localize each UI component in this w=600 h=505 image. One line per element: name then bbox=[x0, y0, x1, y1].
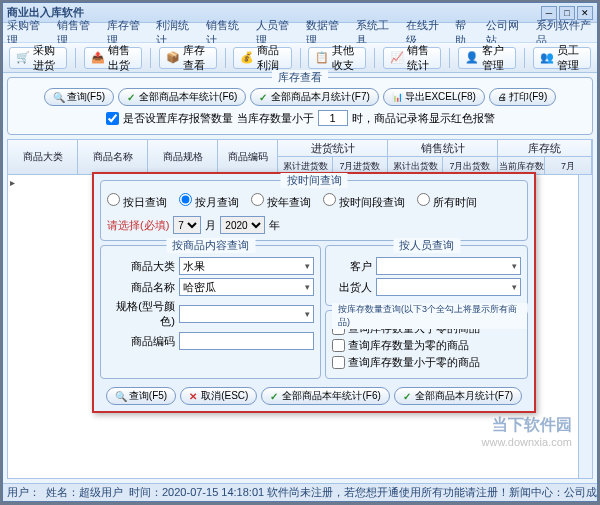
radio-month[interactable]: 按月查询 bbox=[179, 193, 239, 210]
col-category[interactable]: 商品大类 bbox=[8, 140, 78, 174]
time-query-title: 按时间查询 bbox=[281, 173, 348, 188]
cart-icon: 🛒 bbox=[16, 51, 30, 65]
radio-range[interactable]: 按时间段查询 bbox=[323, 193, 405, 210]
table-header: 商品大类 商品名称 商品规格 商品编码 进货统计 累计进货数7月进货数 销售统计… bbox=[7, 139, 593, 175]
watermark: 当下软件园 www.downxia.com bbox=[482, 415, 572, 448]
year-select[interactable]: 2020 bbox=[220, 216, 265, 234]
status-bar: 用户： 姓名：超级用户 时间：2020-07-15 14:18:01 软件尚未注… bbox=[3, 483, 597, 501]
col-code[interactable]: 商品编码 bbox=[218, 140, 278, 174]
category-combo[interactable]: 水果 bbox=[179, 257, 314, 275]
person-query-group: 按人员查询 客户 出货人 bbox=[325, 245, 528, 306]
tb-sell[interactable]: 📤销售出货 bbox=[84, 47, 142, 69]
dlg-btn-search[interactable]: 查询(F5) bbox=[106, 387, 176, 405]
out-icon: 📤 bbox=[91, 51, 105, 65]
btn-search[interactable]: 查询(F5) bbox=[44, 88, 114, 106]
col-spec[interactable]: 商品规格 bbox=[148, 140, 218, 174]
status-user: 用户： bbox=[7, 485, 40, 500]
chk-qty-lt0[interactable] bbox=[332, 356, 345, 369]
tb-other[interactable]: 📋其他收支 bbox=[308, 47, 366, 69]
person-icon: 👤 bbox=[465, 51, 479, 65]
qty-query-group: 按库存数量查询(以下3个全勾上将显示所有商品) 查询库存数量大于零的商品 查询库… bbox=[325, 310, 528, 379]
sender-combo[interactable] bbox=[376, 278, 521, 296]
select-required-label: 请选择(必填) bbox=[107, 218, 169, 233]
separator bbox=[225, 48, 226, 68]
search-panel-title: 库存查看 bbox=[272, 70, 328, 85]
btn-year-stat[interactable]: 全部商品本年统计(F6) bbox=[118, 88, 246, 106]
toolbar: 🛒采购进货 📤销售出货 📦库存查看 💰商品利润 📋其他收支 📈销售统计 👤客户管… bbox=[3, 43, 597, 73]
btn-month-stat[interactable]: 全部商品本月统计(F7) bbox=[250, 88, 378, 106]
tb-profit[interactable]: 💰商品利润 bbox=[233, 47, 291, 69]
tb-staff[interactable]: 👥员工管理 bbox=[533, 47, 591, 69]
chk-label-3: 时，商品记录将显示红色报警 bbox=[352, 111, 495, 126]
alert-threshold-input[interactable] bbox=[318, 110, 348, 126]
btn-print[interactable]: 打印(F9) bbox=[489, 88, 556, 106]
status-time: 时间：2020-07-15 14:18:01 软件尚未注册，若您想开通使用所有功… bbox=[129, 485, 597, 500]
name-combo[interactable]: 哈密瓜 bbox=[179, 278, 314, 296]
dlg-btn-month[interactable]: 全部商品本月统计(F7) bbox=[394, 387, 522, 405]
query-dialog: 按时间查询 按日查询 按月查询 按年查询 按时间段查询 所有时间 请选择(必填)… bbox=[92, 172, 536, 413]
tb-salestat[interactable]: 📈销售统计 bbox=[383, 47, 441, 69]
colgrp-stock: 库存统 当前库存数7月 bbox=[498, 140, 592, 174]
spec-combo[interactable] bbox=[179, 305, 314, 323]
separator bbox=[300, 48, 301, 68]
separator bbox=[374, 48, 375, 68]
col-name[interactable]: 商品名称 bbox=[78, 140, 148, 174]
chart-icon: 📈 bbox=[390, 51, 404, 65]
team-icon: 👥 bbox=[540, 51, 554, 65]
chk-qty-eq0[interactable] bbox=[332, 339, 345, 352]
product-query-group: 按商品内容查询 商品大类水果 商品名称哈密瓜 规格(型号颜色) 商品编码 bbox=[100, 245, 321, 379]
chk-label-1: 是否设置库存报警数量 bbox=[123, 111, 233, 126]
radio-year[interactable]: 按年查询 bbox=[251, 193, 311, 210]
chk-stock-alert[interactable] bbox=[106, 112, 119, 125]
colgrp-sales: 销售统计 累计出货数7月出货数 bbox=[388, 140, 498, 174]
code-input[interactable] bbox=[179, 332, 314, 350]
tb-buy[interactable]: 🛒采购进货 bbox=[9, 47, 67, 69]
separator bbox=[75, 48, 76, 68]
row-marker-icon: ▸ bbox=[10, 177, 15, 188]
separator bbox=[150, 48, 151, 68]
misc-icon: 📋 bbox=[315, 51, 329, 65]
separator bbox=[524, 48, 525, 68]
colgrp-purchase: 进货统计 累计进货数7月进货数 bbox=[278, 140, 388, 174]
status-name: 姓名：超级用户 bbox=[46, 485, 123, 500]
menubar: 采购管理 销售管理 库存管理 利润统计 销售统计 人员管理 数据管理 系统工具 … bbox=[3, 23, 597, 43]
month-select[interactable]: 7 bbox=[173, 216, 201, 234]
search-panel: 库存查看 查询(F5) 全部商品本年统计(F6) 全部商品本月统计(F7) 导出… bbox=[7, 77, 593, 135]
vertical-scrollbar[interactable] bbox=[578, 175, 592, 478]
separator bbox=[449, 48, 450, 68]
tb-stock[interactable]: 📦库存查看 bbox=[159, 47, 217, 69]
chk-label-2: 当库存数量小于 bbox=[237, 111, 314, 126]
time-query-group: 按时间查询 按日查询 按月查询 按年查询 按时间段查询 所有时间 请选择(必填)… bbox=[100, 180, 528, 241]
box-icon: 📦 bbox=[166, 51, 180, 65]
btn-export-excel[interactable]: 导出EXCEL(F8) bbox=[383, 88, 485, 106]
coin-icon: 💰 bbox=[240, 51, 254, 65]
dlg-btn-year[interactable]: 全部商品本年统计(F6) bbox=[261, 387, 389, 405]
dlg-btn-cancel[interactable]: 取消(ESC) bbox=[180, 387, 257, 405]
customer-combo[interactable] bbox=[376, 257, 521, 275]
tb-customer[interactable]: 👤客户管理 bbox=[458, 47, 516, 69]
radio-day[interactable]: 按日查询 bbox=[107, 193, 167, 210]
radio-all[interactable]: 所有时间 bbox=[417, 193, 477, 210]
